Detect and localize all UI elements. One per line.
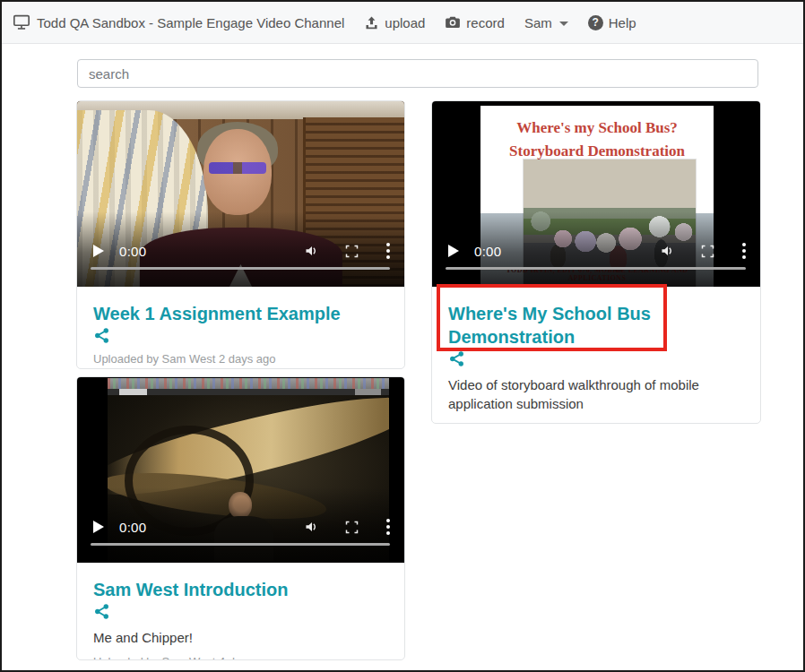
video-player-school-bus[interactable]: Where's my School Bus? Storyboard Demons… (432, 101, 760, 287)
fullscreen-icon[interactable] (701, 245, 714, 258)
upload-icon (364, 15, 379, 30)
video-description: Me and Chipper! (93, 628, 388, 647)
video-card-body: Sam West Introduction Me and Chipper! Up… (77, 563, 404, 660)
play-icon[interactable] (93, 521, 104, 533)
video-title-text: Sam West Introduction (93, 580, 288, 599)
top-navbar: Todd QA Sandbox - Sample Engage Video Ch… (2, 2, 803, 44)
volume-icon[interactable] (305, 245, 319, 257)
progress-bar[interactable] (91, 267, 390, 270)
chevron-down-icon (559, 22, 568, 26)
time-display: 0:00 (474, 244, 501, 259)
progress-bar[interactable] (91, 543, 390, 546)
channel-home-link[interactable]: Todd QA Sandbox - Sample Engage Video Ch… (13, 14, 344, 30)
video-title-text: Week 1 Assignment Example (93, 304, 341, 323)
more-options-icon[interactable] (742, 243, 746, 259)
share-icon[interactable] (93, 603, 388, 620)
share-icon[interactable] (448, 350, 744, 367)
video-title-text: Where's My School Bus Demonstration (448, 304, 651, 347)
video-player-sam-west-intro[interactable]: 0:00 (77, 377, 404, 563)
video-channel-page: Todd QA Sandbox - Sample Engage Video Ch… (0, 0, 805, 672)
monitor-icon (13, 14, 30, 30)
fullscreen-icon[interactable] (345, 521, 359, 534)
more-options-icon[interactable] (386, 243, 390, 259)
player-controls: 0:00 (93, 519, 390, 535)
channel-title: Todd QA Sandbox - Sample Engage Video Ch… (37, 15, 344, 30)
player-controls: 0:00 (448, 243, 746, 259)
video-card-school-bus: Where's my School Bus? Storyboard Demons… (431, 100, 761, 424)
fullscreen-icon[interactable] (345, 245, 359, 258)
user-menu[interactable]: Sam (524, 15, 568, 30)
video-uploaded-meta: Uploaded by Sam West 2 days ago (93, 352, 388, 366)
video-uploaded-meta: Uploaded by Sam West 3 days ago (448, 422, 744, 424)
play-icon[interactable] (93, 245, 104, 257)
record-camera-icon (445, 15, 461, 30)
upload-button[interactable]: upload (364, 15, 425, 30)
video-card-sam-west-intro: 0:00 Sam We (76, 376, 405, 660)
user-name-label: Sam (524, 15, 552, 30)
video-title-link-sam-west-intro[interactable]: Sam West Introduction (93, 578, 388, 620)
video-card-body: Where's My School Bus Demonstration Vide… (432, 287, 760, 424)
help-icon: ? (588, 15, 603, 30)
thumb-slide-title: Where's my School Bus? Storyboard Demons… (480, 116, 714, 164)
thumb-mediaplayer-seekrow (108, 389, 389, 395)
share-icon[interactable] (93, 327, 388, 344)
time-display: 0:00 (119, 520, 146, 535)
video-title-link-school-bus[interactable]: Where's My School Bus Demonstration (448, 302, 744, 367)
thumb-man-glasses (209, 162, 266, 174)
upload-label: upload (385, 15, 425, 30)
time-display: 0:00 (119, 244, 146, 259)
video-card-body: Week 1 Assignment Example Uploaded by Sa… (77, 287, 404, 369)
record-label: record (466, 15, 505, 30)
slide-title-line1: Where's my School Bus? (480, 116, 714, 140)
video-uploaded-meta: Uploaded by Sam West 4 days ago (93, 655, 388, 660)
player-controls: 0:00 (93, 243, 390, 259)
video-player-week1[interactable]: 0:00 (77, 101, 404, 287)
more-options-icon[interactable] (386, 519, 390, 535)
play-icon[interactable] (448, 245, 459, 257)
video-title-link-week1[interactable]: Week 1 Assignment Example (93, 302, 388, 344)
help-label: Help (609, 15, 636, 30)
thumb-mediaplayer-toolbar (108, 378, 389, 389)
volume-icon[interactable] (305, 521, 319, 533)
progress-bar[interactable] (446, 267, 746, 270)
help-button[interactable]: ? Help (588, 15, 636, 30)
volume-icon[interactable] (661, 245, 675, 257)
video-card-week1: 0:00 Week 1 (76, 100, 405, 369)
record-button[interactable]: record (445, 15, 505, 30)
video-description: Video of storyboard walkthrough of mobil… (448, 375, 744, 414)
search-input[interactable] (77, 59, 758, 88)
